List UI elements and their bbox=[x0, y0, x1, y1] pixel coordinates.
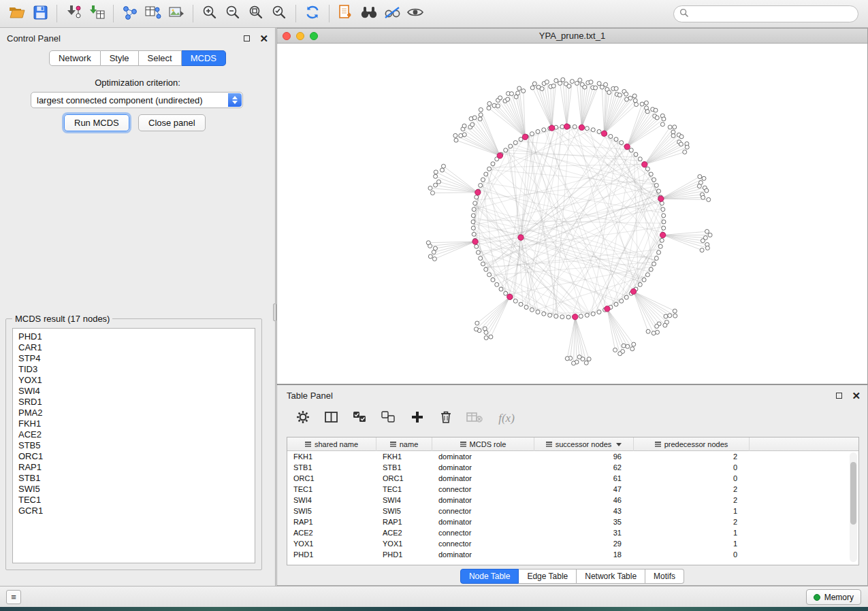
table-row[interactable]: PHD1PHD1dominator180 bbox=[287, 549, 858, 560]
close-panel-icon[interactable]: ✕ bbox=[259, 33, 268, 44]
zoom-selected-button[interactable] bbox=[268, 3, 291, 24]
column-header[interactable]: MCDS role bbox=[432, 437, 534, 451]
delete-table-button[interactable] bbox=[466, 410, 483, 427]
table-tabs: Node TableEdge TableNetwork TableMotifs bbox=[277, 569, 867, 584]
control-tabs: NetworkStyleSelectMCDS bbox=[0, 50, 275, 66]
checked-boxes-icon bbox=[353, 411, 368, 426]
window-minimize-dot[interactable] bbox=[296, 32, 304, 40]
share-document-button[interactable] bbox=[334, 3, 357, 24]
delete-column-button[interactable] bbox=[438, 410, 454, 427]
mcds-node[interactable]: CAR1 bbox=[18, 342, 249, 353]
hide-graphics-details-button[interactable] bbox=[381, 3, 404, 24]
zoom-in-button[interactable] bbox=[198, 3, 221, 24]
memory-button[interactable]: Memory bbox=[806, 589, 861, 605]
tab-network[interactable]: Network bbox=[49, 50, 101, 66]
tab-node-table[interactable]: Node Table bbox=[460, 569, 519, 584]
tab-edge-table[interactable]: Edge Table bbox=[519, 569, 577, 584]
status-menu-button[interactable]: ≡ bbox=[6, 590, 21, 604]
search-box[interactable] bbox=[673, 5, 858, 22]
table-row[interactable]: TEC1TEC1connector472 bbox=[287, 484, 858, 495]
mcds-result-list[interactable]: PHD1CAR1STP4TID3YOX1SWI4SRD1PMA2FKH1ACE2… bbox=[12, 328, 255, 563]
window-close-dot[interactable] bbox=[283, 32, 291, 40]
tab-select[interactable]: Select bbox=[139, 50, 182, 66]
search-network-button[interactable] bbox=[357, 3, 381, 24]
network-titlebar[interactable]: YPA_prune.txt_1 bbox=[277, 29, 867, 44]
mcds-node[interactable]: TEC1 bbox=[18, 495, 249, 506]
refresh-button[interactable] bbox=[301, 3, 324, 24]
mcds-node[interactable]: ORC1 bbox=[18, 451, 249, 462]
mcds-node[interactable]: YOX1 bbox=[18, 375, 249, 386]
scrollbar-thumb[interactable] bbox=[850, 462, 856, 525]
open-file-button[interactable] bbox=[5, 3, 29, 24]
show-graphics-details-button[interactable] bbox=[404, 3, 427, 24]
mcds-node[interactable]: STB5 bbox=[18, 440, 249, 451]
table-scrollbar[interactable] bbox=[850, 452, 857, 562]
float-table-panel-icon[interactable] bbox=[836, 393, 842, 399]
new-network-button[interactable] bbox=[118, 3, 142, 24]
column-options-icon[interactable] bbox=[655, 442, 661, 447]
mcds-node[interactable]: SWI5 bbox=[18, 484, 249, 495]
binoculars-icon bbox=[360, 5, 378, 22]
table-settings-button[interactable] bbox=[295, 410, 311, 427]
mcds-node[interactable]: ACE2 bbox=[18, 429, 249, 440]
zoom-in-icon bbox=[202, 5, 217, 22]
tab-mcds[interactable]: MCDS bbox=[182, 50, 226, 66]
tab-motifs[interactable]: Motifs bbox=[645, 569, 684, 584]
table-row[interactable]: RAP1RAP1dominator352 bbox=[287, 516, 858, 527]
zoom-out-icon bbox=[225, 5, 240, 22]
import-table-button[interactable] bbox=[85, 3, 108, 24]
mcds-node[interactable]: FKH1 bbox=[18, 418, 249, 429]
mcds-node[interactable]: RAP1 bbox=[18, 462, 249, 473]
column-header[interactable]: successor nodes bbox=[534, 437, 634, 451]
mcds-node[interactable]: PHD1 bbox=[18, 331, 249, 342]
tab-style[interactable]: Style bbox=[101, 50, 139, 66]
column-options-icon[interactable] bbox=[390, 442, 396, 447]
toolbar-separator bbox=[57, 5, 57, 22]
function-builder-button[interactable]: f(x) bbox=[495, 410, 518, 427]
main-toolbar bbox=[0, 0, 868, 28]
export-image-button[interactable] bbox=[165, 3, 188, 24]
mcds-node[interactable]: SWI4 bbox=[18, 386, 249, 397]
show-columns-button[interactable] bbox=[323, 410, 340, 427]
column-options-icon[interactable] bbox=[546, 442, 552, 447]
mcds-node[interactable]: SRD1 bbox=[18, 397, 249, 408]
mcds-node[interactable]: TID3 bbox=[18, 364, 249, 375]
table-row[interactable]: ACE2ACE2connector311 bbox=[287, 527, 858, 538]
select-all-button[interactable] bbox=[352, 410, 368, 427]
import-network-button[interactable] bbox=[62, 3, 85, 24]
mcds-node[interactable]: GCR1 bbox=[18, 506, 249, 516]
table-row[interactable]: STB1STB1dominator620 bbox=[287, 462, 858, 473]
column-header[interactable]: name bbox=[376, 437, 432, 451]
table-row[interactable]: FKH1FKH1dominator962 bbox=[287, 451, 858, 462]
window-zoom-dot[interactable] bbox=[310, 32, 318, 40]
mcds-node[interactable]: STP4 bbox=[18, 353, 249, 364]
share-document-icon bbox=[338, 4, 353, 23]
network-from-table-button[interactable] bbox=[142, 3, 165, 24]
delete-table-icon bbox=[466, 411, 483, 426]
deselect-all-button[interactable] bbox=[381, 410, 397, 427]
run-mcds-button[interactable]: Run MCDS bbox=[64, 114, 129, 131]
column-header[interactable]: predecessor nodes bbox=[634, 437, 750, 451]
criterion-dropdown[interactable]: largest connected component (undirected) bbox=[31, 92, 243, 108]
column-options-icon[interactable] bbox=[305, 442, 311, 447]
search-input[interactable] bbox=[692, 10, 858, 19]
sort-chevron-icon[interactable] bbox=[616, 443, 622, 446]
column-header[interactable]: shared name bbox=[287, 437, 376, 451]
close-table-panel-icon[interactable]: ✕ bbox=[852, 391, 861, 401]
mcds-node[interactable]: PMA2 bbox=[18, 408, 249, 418]
table-row[interactable]: SWI5SWI5connector431 bbox=[287, 506, 858, 516]
zoom-fit-button[interactable] bbox=[244, 3, 268, 24]
float-panel-icon[interactable] bbox=[244, 35, 250, 42]
table-row[interactable]: SWI4SWI4dominator462 bbox=[287, 495, 858, 506]
add-column-button[interactable] bbox=[409, 410, 425, 427]
close-panel-button[interactable]: Close panel bbox=[138, 114, 206, 131]
table-row[interactable]: ORC1ORC1dominator610 bbox=[287, 473, 858, 484]
table-row[interactable]: YOX1YOX1connector291 bbox=[287, 538, 858, 549]
tab-network-table[interactable]: Network Table bbox=[577, 569, 645, 584]
network-graph[interactable] bbox=[277, 44, 867, 384]
zoom-out-button[interactable] bbox=[221, 3, 244, 24]
status-bar: ≡ Memory bbox=[0, 586, 868, 607]
mcds-node[interactable]: STB1 bbox=[18, 473, 249, 484]
save-session-button[interactable] bbox=[29, 3, 52, 24]
column-options-icon[interactable] bbox=[460, 442, 466, 447]
